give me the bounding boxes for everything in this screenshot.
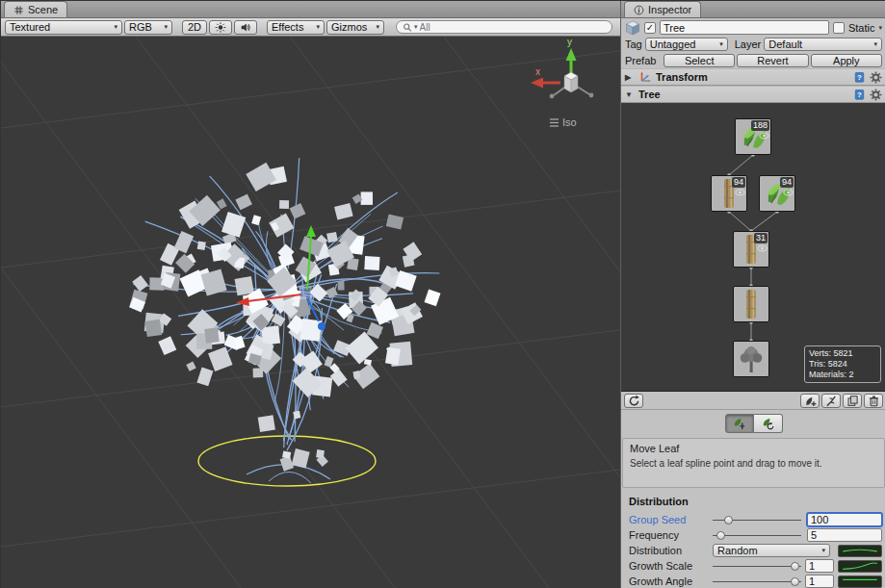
group-seed-slider[interactable] [713,514,801,525]
checkmark: ✓ [646,23,654,33]
tree-node-leaf-group-188[interactable]: 188 [735,118,771,155]
static-dropdown-icon[interactable]: ▾ [878,24,882,32]
curve-preview [839,576,881,587]
projection-toggle[interactable]: Iso [550,116,577,128]
gizmo-x-cone[interactable] [531,78,543,89]
growth-angle-field[interactable] [805,575,834,588]
tree-node-editor[interactable]: 188 94 94 31 [621,103,885,392]
refresh-tree-button[interactable] [624,394,643,408]
distribution-mode-dropdown[interactable]: Random▾ [713,544,830,557]
rotate-leaf-tool-button[interactable] [754,414,783,433]
node-badge: 94 [732,177,745,196]
node-count: 94 [780,177,794,188]
transform-icon [638,70,652,84]
transform-component-header[interactable]: ▶ Transform [621,68,885,86]
eye-icon[interactable] [757,244,768,252]
frequency-field[interactable] [807,528,882,542]
render-mode-dropdown[interactable]: RGB▾ [124,20,172,35]
gear-icon[interactable] [870,71,882,84]
stat-verts: Verts: 5821 [809,348,876,359]
chevron-down-icon: ▾ [870,40,877,48]
help-book-icon[interactable] [853,89,866,101]
search-filter-chevron-icon[interactable]: ▾ [414,23,418,31]
distribution-section: Distribution Group Seed Frequency Distri… [621,490,885,588]
chevron-down-icon: ▾ [371,23,379,31]
help-book-icon[interactable] [853,71,866,84]
tab-inspector[interactable]: Inspector [624,1,701,17]
distribution-header: Distribution [629,496,882,507]
scene-toolbar: Textured▾ RGB▾ 2D Effects▾ Gizmos▾ ▾ [1,18,620,37]
inspector-tab-label: Inspector [648,4,691,15]
gear-icon[interactable] [870,89,882,101]
tree-node-branch-group-31[interactable]: 31 [733,231,769,268]
slider-thumb[interactable] [791,577,799,586]
add-leaf-group-button[interactable] [800,394,820,408]
tab-scene[interactable]: Scene [4,1,67,17]
move-leaf-tool-button[interactable] [725,414,754,433]
gizmos-dropdown[interactable]: Gizmos▾ [326,20,384,35]
scene-search-field[interactable]: ▾ [396,20,612,34]
eye-icon[interactable] [759,132,769,140]
foldout-expanded-icon[interactable]: ▼ [625,90,635,99]
effects-dropdown[interactable]: Effects▾ [267,20,325,35]
frequency-label: Frequency [629,529,713,541]
gizmo-y-cone[interactable] [566,48,577,61]
tree-component-header[interactable]: ▼ Tree [621,86,885,103]
slider-thumb[interactable] [724,516,733,524]
inspector-tabstrip: Inspector [621,1,885,18]
duplicate-group-button[interactable] [843,394,862,408]
tree-node-trunk-group[interactable] [733,286,769,322]
layer-dropdown[interactable]: Default▾ [764,38,882,51]
toggle-2d-button[interactable]: 2D [182,20,207,35]
frequency-row: Frequency [629,527,882,543]
active-checkbox[interactable]: ✓ [644,22,656,34]
trash-icon [868,395,880,407]
eye-icon[interactable] [735,189,745,196]
gameobject-name-field[interactable] [660,20,829,35]
gizmo-center-handle[interactable] [299,287,311,298]
growth-angle-slider[interactable] [713,575,801,587]
gameobject-cube-icon[interactable] [625,20,640,36]
tree-component-label: Tree [638,89,661,100]
eye-icon[interactable] [783,189,794,196]
scene-lighting-button[interactable] [209,20,232,35]
shading-mode-dropdown[interactable]: Textured▾ [5,20,122,35]
distribution-curve-field[interactable] [838,545,882,557]
slider-thumb[interactable] [791,562,799,571]
add-branch-group-button[interactable] [821,394,841,408]
move-leaf-icon [732,416,746,430]
group-seed-field[interactable] [807,513,882,526]
tag-dropdown[interactable]: Untagged▾ [645,38,728,51]
growth-angle-curve-field[interactable] [838,575,882,588]
growth-scale-label: Growth Scale [629,560,713,572]
tree-node-branch-group-94[interactable]: 94 [711,175,747,212]
frequency-slider[interactable] [713,529,801,541]
sun-icon [215,21,226,34]
rotate-leaf-icon [761,416,775,430]
prefab-revert-button[interactable]: Revert [737,54,808,67]
node-count: 94 [732,177,745,188]
node-badge: 94 [780,177,794,196]
scene-search-input[interactable] [420,22,606,33]
static-label: Static [848,22,875,34]
layer-value: Default [768,38,802,50]
tool-title: Move Leaf [630,443,877,454]
orientation-gizmo[interactable]: x y [531,37,593,98]
foldout-collapsed-icon[interactable]: ▶ [625,73,635,82]
tree-node-root[interactable] [733,341,769,377]
prefab-select-button[interactable]: Select [664,54,735,67]
scene-audio-button[interactable] [234,20,257,35]
tree-node-leaf-group-94[interactable]: 94 [759,175,795,212]
slider-thumb[interactable] [716,531,725,540]
growth-scale-field[interactable] [805,559,834,573]
info-icon [634,5,644,15]
static-checkbox[interactable] [833,22,845,34]
growth-scale-slider[interactable] [713,560,801,572]
delete-group-button[interactable] [864,394,883,408]
node-count: 31 [754,233,768,243]
growth-scale-curve-field[interactable] [838,560,882,573]
toggle-2d-label: 2D [188,21,201,33]
prefab-apply-button[interactable]: Apply [811,54,882,67]
projection-label: Iso [562,116,577,128]
scene-viewport[interactable]: x y Iso [1,37,620,588]
